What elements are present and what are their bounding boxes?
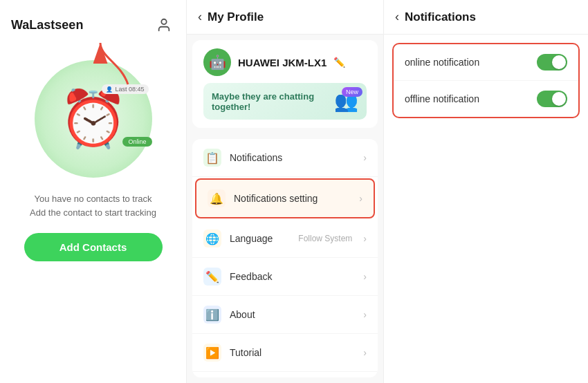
illustration-area: ⏰ 👤 Last 08:45 Online xyxy=(31,57,156,181)
online-notification-label: online notification xyxy=(405,57,537,68)
menu-item-learn-more[interactable]: 🔗 Learn More › xyxy=(192,372,378,377)
arrow-pointer xyxy=(93,36,135,94)
menu-label-language: Language xyxy=(230,233,290,244)
menu-item-tutorial[interactable]: ▶️ Tutorial › xyxy=(192,334,378,372)
right-header: ‹ Notifications xyxy=(384,0,588,35)
menu-item-notifications[interactable]: 📋 Notifications › xyxy=(192,139,378,177)
profile-card: 🤖 HUAWEI JKM-LX1 ✏️ Maybe they are chatt… xyxy=(192,40,378,128)
left-panel: WaLastseen ⏰ 👤 Last 08:45 Onli xyxy=(0,0,187,383)
user-profile-icon[interactable] xyxy=(153,14,175,36)
right-panel: ‹ Notifications online notification offl… xyxy=(384,0,588,383)
chevron-icon: › xyxy=(363,152,367,163)
language-icon: 🌐 xyxy=(203,230,221,247)
language-sublabel: Follow System xyxy=(298,234,352,243)
menu-item-feedback[interactable]: ✏️ Feedback › xyxy=(192,258,378,296)
offline-notification-toggle[interactable] xyxy=(537,91,567,107)
offline-notification-item: offline notification xyxy=(394,81,578,117)
left-header: WaLastseen xyxy=(11,14,175,36)
app-title: WaLastseen xyxy=(11,18,83,32)
edit-profile-icon[interactable]: ✏️ xyxy=(333,57,345,68)
menu-item-about[interactable]: ℹ️ About › xyxy=(192,296,378,334)
promo-banner: Maybe they are chatting together! 👥 New xyxy=(203,83,367,120)
notifications-setting-icon: 🔔 xyxy=(208,189,226,207)
back-button[interactable]: ‹ xyxy=(198,10,202,24)
clock-illustration: ⏰ xyxy=(59,86,128,151)
online-badge: Online xyxy=(122,137,151,147)
menu-item-language[interactable]: 🌐 Language Follow System › xyxy=(192,220,378,258)
chevron-icon-2: › xyxy=(359,193,362,204)
profile-title: My Profile xyxy=(208,10,264,24)
middle-header: ‹ My Profile xyxy=(187,0,383,35)
menu-label-tutorial: Tutorial xyxy=(230,347,355,358)
menu-item-notifications-setting[interactable]: 🔔 Notifications setting › xyxy=(195,178,375,218)
menu-label-feedback: Feedback xyxy=(230,271,355,282)
add-contacts-button[interactable]: Add Contacts xyxy=(24,233,163,261)
new-badge: New xyxy=(342,87,362,97)
right-back-button[interactable]: ‹ xyxy=(395,10,399,24)
online-notification-toggle[interactable] xyxy=(537,54,567,71)
profile-row: 🤖 HUAWEI JKM-LX1 ✏️ xyxy=(203,48,367,76)
menu-label-about: About xyxy=(230,309,355,320)
no-contacts-message: You have no contacts to track Add the co… xyxy=(30,192,156,219)
menu-section: 📋 Notifications › 🔔 Notifications settin… xyxy=(192,139,378,377)
middle-panel: ‹ My Profile 🤖 HUAWEI JKM-LX1 ✏️ Maybe t… xyxy=(187,0,384,383)
menu-label-notifications: Notifications xyxy=(230,152,355,163)
chevron-icon-3: › xyxy=(363,233,367,244)
tutorial-icon: ▶️ xyxy=(203,344,221,362)
profile-avatar: 🤖 xyxy=(203,48,231,76)
profile-name: HUAWEI JKM-LX1 xyxy=(238,57,327,68)
notifications-panel-title: Notifications xyxy=(405,10,476,24)
promo-text: Maybe they are chatting together! xyxy=(212,91,329,112)
online-notification-item: online notification xyxy=(394,44,578,81)
chevron-icon-4: › xyxy=(363,271,367,282)
about-icon: ℹ️ xyxy=(203,306,221,324)
svg-point-0 xyxy=(161,19,166,24)
menu-label-notifications-setting: Notifications setting xyxy=(234,193,351,204)
feedback-icon: ✏️ xyxy=(203,268,221,286)
offline-notification-label: offline notification xyxy=(405,93,537,104)
notifications-section: online notification offline notification xyxy=(392,43,580,118)
chevron-icon-6: › xyxy=(363,347,367,358)
chevron-icon-5: › xyxy=(363,309,367,320)
notifications-icon: 📋 xyxy=(203,149,221,167)
